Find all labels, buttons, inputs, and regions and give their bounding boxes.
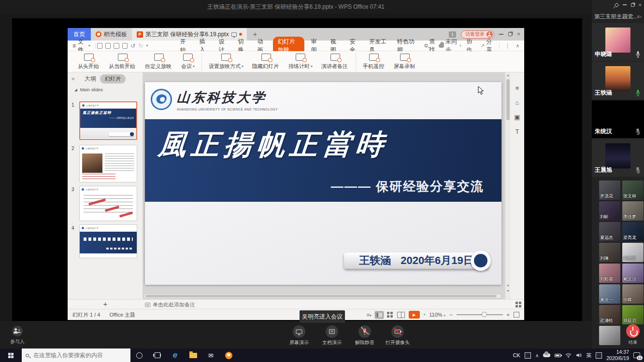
ribbon-button[interactable]: 自定义放映 (141, 53, 177, 71)
toolbar-more-icon[interactable]: ▾ (146, 43, 148, 48)
zoom-out-button[interactable]: − (449, 312, 452, 318)
export-icon[interactable] (105, 43, 111, 49)
clock[interactable]: 14:37 2020/6/19 (606, 349, 629, 362)
close-icon[interactable]: × (517, 31, 520, 37)
window-count-badge[interactable]: 1 (449, 31, 456, 38)
ime-lang-indicator[interactable]: 英 (586, 352, 591, 359)
edge-button[interactable]: e (166, 348, 184, 362)
slide-thumbnail-2[interactable]: 2 山东科技大学 (79, 145, 137, 182)
view-sorter-icon[interactable] (387, 312, 389, 314)
end-meeting-button[interactable]: 结束 (622, 324, 644, 346)
cortana-button[interactable] (130, 348, 148, 362)
next-slide-icon[interactable]: ▼ (505, 289, 511, 292)
participant-tile-small[interactable]: 罗茂花 (599, 181, 620, 200)
ribbon-button[interactable]: 会议▾ (177, 53, 199, 71)
ime-ck-indicator[interactable]: CK (513, 352, 520, 358)
ribbon-button[interactable]: 手机遥控 (356, 53, 389, 71)
sidebar-restore-icon[interactable] (631, 3, 634, 7)
meeting-control-button[interactable]: 解除静音 (352, 325, 378, 346)
ime-mode-icon[interactable]: ⿱ (596, 352, 602, 359)
meeting-control-button[interactable]: 屏幕演示 (286, 325, 312, 346)
task-view-button[interactable] (148, 348, 166, 362)
collapse-panel-icon[interactable]: « (72, 75, 75, 82)
tab-slides[interactable]: 幻灯片 (100, 74, 126, 84)
view-reading-icon[interactable] (397, 312, 405, 318)
pane-text-icon[interactable]: T (512, 126, 522, 136)
more-options-icon[interactable]: ⋮ (505, 42, 511, 49)
slide-thumbnail-4[interactable]: 4 山东科技大学 (79, 224, 137, 258)
slide-canvas[interactable]: 山东科技大学 SHANDONG UNIVERSITY OF SCIENCE AN… (143, 72, 505, 299)
participants-button[interactable]: 参与人 (5, 326, 30, 345)
ribbon-button[interactable]: 设置放映方式▾ (201, 53, 248, 71)
participant-tile-small[interactable]: 张文林 (622, 181, 644, 200)
participant-tile[interactable]: 王轶涵 (592, 62, 644, 99)
fit-to-window-icon[interactable] (514, 312, 519, 318)
redo-icon[interactable]: ↻ (138, 42, 143, 49)
participant-tile-small[interactable]: 迟浦铃 (599, 305, 620, 324)
participant-tile-small[interactable]: 麦贞一 (599, 284, 620, 304)
ribbon-button[interactable]: 排练计时▾ (284, 53, 317, 71)
search-input[interactable] (32, 351, 119, 359)
restore-icon[interactable] (508, 32, 512, 36)
ime-grid-icon[interactable]: ⿰ (525, 352, 531, 359)
horizontal-scrollbar[interactable] (144, 294, 501, 298)
start-button[interactable] (0, 353, 22, 358)
current-slide[interactable]: 山东科技大学 SHANDONG UNIVERSITY OF SCIENCE AN… (145, 82, 501, 285)
meeting-control-button[interactable]: 文档演示 (319, 325, 345, 346)
sidebar-minimize-icon[interactable] (623, 4, 627, 5)
notes-toggle-icon[interactable]: ≡▾ (367, 312, 372, 318)
notes-placeholder-area[interactable]: 单击此处添加备注 (145, 300, 195, 309)
thumbnail-grid-icon[interactable] (515, 302, 518, 304)
minimize-icon[interactable] (499, 34, 503, 35)
zoom-slider[interactable] (457, 312, 503, 318)
pane-design-icon[interactable]: ⌂ (512, 97, 522, 107)
ribbon-button[interactable]: 屏幕录制 (389, 53, 420, 71)
meeting-control-button[interactable]: 打开摄像头 (385, 325, 411, 346)
pin-icon[interactable] (614, 2, 619, 7)
participant-tile-small[interactable]: 李佳梦 (622, 201, 644, 221)
pane-layers-icon[interactable]: ▣ (512, 112, 522, 122)
participant-tile-small[interactable]: 刘彩霞 (599, 264, 620, 283)
participant-tile-small[interactable]: 许晖 (622, 284, 644, 304)
ribbon-button[interactable]: 演讲者备注 (317, 53, 353, 71)
slide-thumbnail-3[interactable]: 3 山东科技大学 (79, 186, 137, 221)
participant-tile[interactable]: 朱统汉 (592, 100, 644, 138)
zoom-level[interactable]: 110% ▾ (429, 312, 445, 318)
battery-icon[interactable] (555, 354, 561, 357)
save-icon[interactable] (97, 43, 102, 49)
pane-properties-icon[interactable]: ≡ (512, 83, 522, 93)
participant-tile-small[interactable]: 刘昕 (599, 201, 620, 221)
print-icon[interactable] (114, 43, 119, 49)
qq-button[interactable] (220, 348, 238, 362)
prev-slide-icon[interactable]: ▲ (505, 283, 511, 287)
slide-group-label[interactable]: ◢ Main slides (68, 85, 143, 93)
sidebar-close-icon[interactable]: × (639, 2, 642, 8)
participant-tile-small[interactable]: 刘琳 (599, 243, 620, 262)
participant-tile-small[interactable]: 梁亮龙 (622, 222, 644, 241)
collapse-ribbon-icon[interactable]: ∧ (516, 43, 519, 48)
vertical-scrollbar[interactable]: ▲ ▲ ▼ (505, 72, 511, 299)
play-slideshow-button[interactable]: ▶ (409, 311, 420, 319)
mail-button[interactable]: ✉ (202, 348, 220, 362)
play-options-icon[interactable]: ▾ (424, 313, 426, 317)
participant-tile-small[interactable]: 刘思言 (622, 243, 644, 262)
cloud-tray-icon[interactable] (543, 353, 550, 357)
participant-tile[interactable]: 王晨旭 (592, 139, 644, 177)
file-explorer-button[interactable] (184, 348, 202, 362)
participant-tile-small[interactable]: 夏远杰 (599, 222, 620, 241)
participant-tile-small[interactable]: 鲍文洁 (622, 264, 644, 283)
taskbar-search[interactable] (22, 348, 130, 362)
tab-docer[interactable]: 稻壳模板 (91, 28, 132, 41)
participant-tile-small[interactable]: 胡廷启 (622, 305, 644, 324)
participant-tile[interactable]: 申晓璐 (592, 23, 644, 61)
ribbon-button[interactable]: 隐藏幻灯片 (248, 53, 284, 71)
ribbon-button[interactable]: 从头开始 (73, 53, 104, 71)
add-slide-button[interactable]: + (68, 300, 143, 309)
ribbon-button[interactable]: 从当前开始 (104, 53, 141, 71)
scroll-up-icon[interactable]: ▲ (505, 73, 511, 77)
view-normal-icon[interactable] (375, 312, 383, 318)
slide-thumbnail-1[interactable]: 1 山东科技大学 風正揚帆正當時 ——— 保研经验分享交流 (79, 101, 137, 140)
print-preview-icon[interactable] (122, 43, 128, 49)
undo-icon[interactable]: ↺ (130, 42, 135, 49)
tab-outline[interactable]: 大纲 (85, 75, 96, 83)
